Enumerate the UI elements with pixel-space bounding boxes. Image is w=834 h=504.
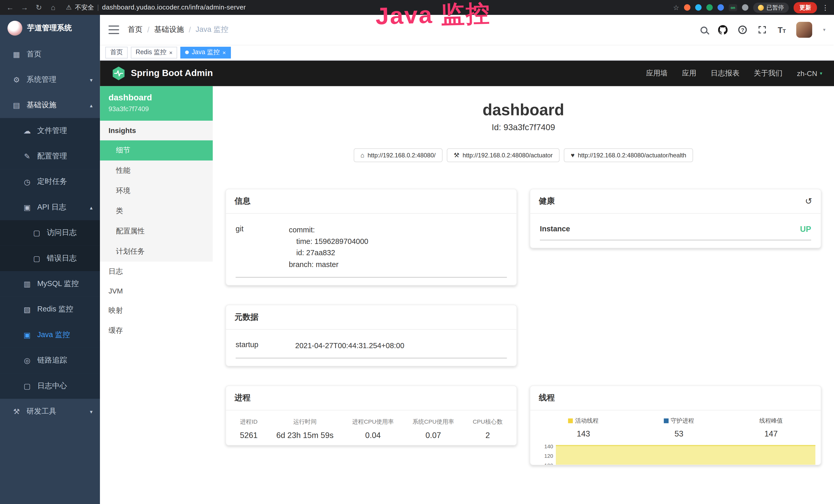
eye-icon: ◎ <box>21 356 33 365</box>
breadcrumb-separator: / <box>148 25 150 34</box>
user-avatar[interactable] <box>796 22 812 38</box>
heart-icon: ♥ <box>571 152 575 159</box>
database-icon: ▥ <box>21 280 33 288</box>
sba-item-mappings[interactable]: 映射 <box>100 300 213 321</box>
health-card: 健康 ↺ Instance UP <box>530 189 821 248</box>
sidebar-item-access-log[interactable]: ▢ 访问日志 <box>0 220 100 246</box>
tab-java-monitor[interactable]: Java 监控 × <box>180 46 231 58</box>
fullscreen-icon[interactable] <box>758 25 767 35</box>
dashboard-icon: ▦ <box>10 50 22 59</box>
sidebar-item-scheduled-jobs[interactable]: ◷ 定时任务 <box>0 169 100 194</box>
bookmark-star-icon[interactable]: ☆ <box>673 3 679 11</box>
tools-icon: ⚒ <box>10 407 22 416</box>
help-icon[interactable]: ? <box>739 25 747 34</box>
avatar-caret-icon[interactable]: ▾ <box>823 27 825 32</box>
tab-redis-monitor[interactable]: Redis 监控 × <box>131 46 177 58</box>
paused-badge[interactable]: 已暂停 <box>753 2 789 12</box>
actuator-url-button[interactable]: ⚒ http://192.168.0.2:48080/actuator <box>447 148 559 162</box>
sidebar-item-system[interactable]: ⚙ 系统管理 ▾ <box>0 67 100 92</box>
git-commit-line: commit: <box>289 224 368 236</box>
font-size-icon[interactable]: TT <box>778 25 786 34</box>
tab-home[interactable]: 首页 <box>105 46 128 58</box>
sidebar-item-config-manage[interactable]: ✎ 配置管理 <box>0 143 100 169</box>
home-icon[interactable]: ⌂ <box>48 3 58 12</box>
threads-card: 线程 活动线程 143 <box>530 386 821 465</box>
chevron-down-icon: ▾ <box>820 71 822 76</box>
y-axis-ticks: 140 120 100 <box>542 444 556 465</box>
stat-system-cpu: 系统CPU使用率 0.07 <box>413 418 454 440</box>
sba-item-jvm[interactable]: JVM <box>100 282 213 300</box>
legend-swatch-yellow <box>568 419 573 423</box>
chevron-up-icon: ▴ <box>90 204 92 210</box>
threads-legend: 活动线程 143 守护进程 <box>530 411 821 441</box>
sidebar-item-dev-tools[interactable]: ⚒ 研发工具 ▾ <box>0 399 100 424</box>
extension-icon[interactable] <box>706 4 713 11</box>
sidebar-item-java-monitor[interactable]: ▣ Java 监控 <box>0 322 100 348</box>
sba-item-scheduled-tasks[interactable]: 计划任务 <box>100 241 213 261</box>
chevron-down-icon: ▾ <box>90 409 92 414</box>
close-icon[interactable]: × <box>222 49 226 56</box>
wrench-icon: ⚒ <box>454 152 459 159</box>
sba-item-metrics[interactable]: 性能 <box>100 160 213 181</box>
address-bar[interactable]: ⚠ 不安全 | dashboard.yudao.iocoder.cn/infra… <box>66 3 246 12</box>
sidebar-item-mysql-monitor[interactable]: ▥ MySQL 监控 <box>0 271 100 297</box>
sidebar-toggle-icon[interactable] <box>108 25 119 34</box>
browser-menu-icon[interactable]: ⋮ <box>822 3 829 11</box>
url-text[interactable]: dashboard.yudao.iocoder.cn/infra/admin-s… <box>102 4 246 11</box>
back-icon[interactable]: ← <box>5 3 15 12</box>
sba-nav-about[interactable]: 关于我们 <box>754 69 783 78</box>
sba-nav-applications[interactable]: 应用 <box>682 69 696 78</box>
sba-item-classes[interactable]: 类 <box>100 201 213 221</box>
sidebar-item-log-center[interactable]: ▢ 日志中心 <box>0 373 100 399</box>
logo: 芋道管理系统 <box>0 15 100 42</box>
github-icon[interactable] <box>718 25 728 35</box>
service-url-button[interactable]: ⌂ http://192.168.0.2:48080/ <box>354 148 443 162</box>
breadcrumb-home[interactable]: 首页 <box>128 25 142 35</box>
sba-nav-wallboard[interactable]: 应用墙 <box>646 69 667 78</box>
extension-icon[interactable] <box>718 4 724 11</box>
sidebar-item-tracing[interactable]: ◎ 链路追踪 <box>0 348 100 373</box>
breadcrumb-infra[interactable]: 基础设施 <box>154 25 184 35</box>
sidebar-item-error-log[interactable]: ▢ 错误日志 <box>0 246 100 271</box>
stat-cpu-cores: CPU核心数 2 <box>473 418 502 440</box>
extension-icon[interactable] <box>684 4 690 11</box>
sba-nav-journal[interactable]: 日志报表 <box>711 69 740 78</box>
info-card-title: 信息 <box>226 189 517 214</box>
sba-item-logs[interactable]: 日志 <box>100 261 213 282</box>
chevron-up-icon: ▴ <box>90 102 92 108</box>
sba-brand[interactable]: Spring Boot Admin <box>131 68 213 78</box>
sidebar-item-api-log[interactable]: ▣ API 日志 ▴ <box>0 194 100 220</box>
metadata-row-startup: startup 2021-04-27T00:44:31.254+08:00 <box>236 332 507 359</box>
info-row-git: git commit: time: 1596289704000 id: 27aa… <box>236 216 507 278</box>
health-url-button[interactable]: ♥ http://192.168.0.2:48080/actuator/heal… <box>564 148 693 162</box>
sba-header: Spring Boot Admin 应用墙 应用 日志报表 关于我们 zh-CN… <box>100 61 834 86</box>
extensions-puzzle-icon[interactable] <box>742 4 748 11</box>
breadcrumb-separator: / <box>189 25 191 34</box>
navbar: 首页 / 基础设施 / Java 监控 ? TT ▾ <box>100 15 834 45</box>
sba-item-config-props[interactable]: 配置属性 <box>100 221 213 241</box>
sidebar-item-file-manage[interactable]: ☁ 文件管理 <box>0 118 100 143</box>
reload-icon[interactable]: ↻ <box>34 3 44 12</box>
health-row-instance: Instance UP <box>540 216 811 240</box>
page-subtitle: Id: 93a3fc7f7409 <box>225 123 821 132</box>
locale-selector[interactable]: zh-CN ▾ <box>797 69 822 77</box>
forward-icon[interactable]: → <box>20 3 29 12</box>
extension-on-badge[interactable]: on <box>729 4 737 11</box>
sidebar-item-redis-monitor[interactable]: ▧ Redis 监控 <box>0 297 100 322</box>
gear-icon: ⚙ <box>10 75 22 84</box>
chevron-down-icon: ▾ <box>90 77 92 83</box>
sba-item-details[interactable]: 细节 <box>100 140 213 161</box>
sidebar-item-infrastructure[interactable]: ▤ 基础设施 ▴ <box>0 92 100 118</box>
extension-icon[interactable] <box>695 4 702 11</box>
legend-active-threads: 活动线程 143 <box>568 417 598 438</box>
sidebar-item-home[interactable]: ▦ 首页 <box>0 42 100 67</box>
process-stats: 进程ID 5261 运行时间 6d 23h 15m 59s 进程CPU使用率 <box>226 411 517 445</box>
close-icon[interactable]: × <box>169 49 173 56</box>
history-icon[interactable]: ↺ <box>805 196 812 206</box>
search-icon[interactable] <box>701 26 708 33</box>
legend-peak-threads: 线程峰值 147 <box>759 417 783 438</box>
sba-item-environment[interactable]: 环境 <box>100 181 213 201</box>
metadata-card: 元数据 startup 2021-04-27T00:44:31.254+08:0… <box>225 304 517 367</box>
update-button[interactable]: 更新 <box>794 2 817 13</box>
sba-item-caches[interactable]: 缓存 <box>100 321 213 341</box>
